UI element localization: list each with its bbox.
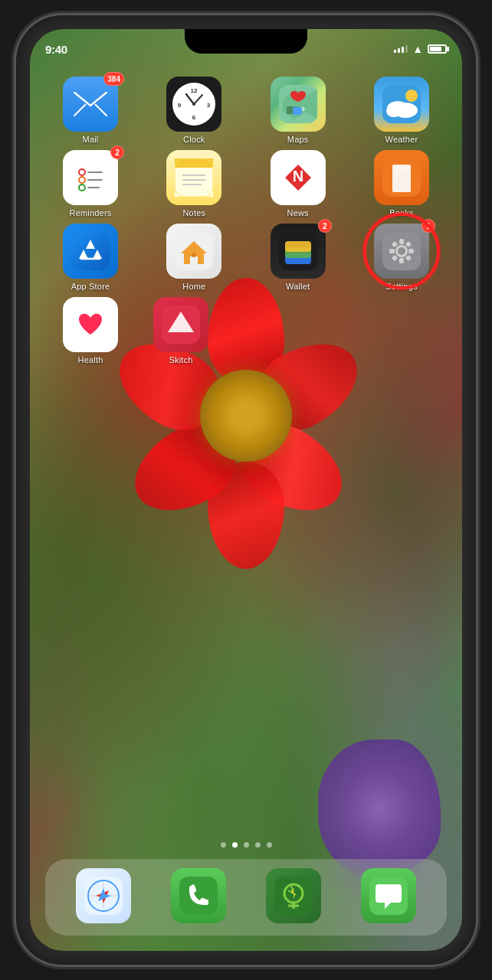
app-grid: 384 Mail 12 6 9 3 bbox=[30, 69, 462, 378]
app-appstore-icon-wrap bbox=[63, 224, 118, 279]
dock-safari-icon-wrap bbox=[76, 868, 131, 923]
app-weather-icon-wrap bbox=[374, 77, 429, 132]
app-home[interactable]: Home bbox=[149, 224, 239, 291]
mail-label: Mail bbox=[83, 135, 99, 144]
app-maps[interactable]: 280 Maps bbox=[253, 77, 343, 144]
reminders-badge: 2 bbox=[110, 145, 124, 159]
phone-screen: 9:40 ▲ bbox=[30, 29, 462, 951]
battery-icon bbox=[428, 44, 447, 54]
wallet-badge: 2 bbox=[318, 219, 332, 233]
skitch-icon bbox=[153, 297, 208, 352]
notch bbox=[185, 29, 307, 54]
svg-rect-48 bbox=[399, 239, 404, 244]
svg-text:9: 9 bbox=[178, 102, 182, 109]
app-reminders[interactable]: 2 Reminders bbox=[45, 150, 136, 217]
app-books[interactable]: Books bbox=[356, 150, 447, 217]
lookout-icon bbox=[266, 868, 321, 923]
news-icon: N bbox=[271, 150, 326, 205]
app-notes[interactable]: Notes bbox=[149, 150, 239, 217]
app-health[interactable]: Health bbox=[45, 297, 136, 364]
wallet-label: Wallet bbox=[286, 282, 310, 291]
app-news-icon-wrap: N bbox=[271, 150, 326, 205]
app-clock[interactable]: 12 6 9 3 Clock bbox=[149, 77, 239, 144]
svg-rect-65 bbox=[179, 877, 218, 915]
app-news[interactable]: N News bbox=[253, 150, 343, 217]
app-settings[interactable]: 1 Settings bbox=[356, 224, 447, 291]
dock-safari[interactable] bbox=[69, 868, 138, 926]
page-dot-2 bbox=[232, 842, 238, 848]
dock-phone[interactable] bbox=[164, 868, 233, 926]
signal-bars-icon bbox=[394, 45, 408, 53]
home-label: Home bbox=[182, 282, 205, 291]
health-label: Health bbox=[78, 355, 103, 364]
appstore-label: App Store bbox=[71, 282, 110, 291]
app-settings-icon-wrap: 1 bbox=[374, 224, 429, 279]
app-books-icon-wrap bbox=[374, 150, 429, 205]
svg-rect-50 bbox=[389, 249, 395, 253]
dock-messages-icon-wrap bbox=[361, 868, 416, 923]
page-dot-3 bbox=[244, 842, 249, 848]
signal-bar-2 bbox=[398, 48, 400, 53]
app-reminders-icon-wrap: 2 bbox=[63, 150, 118, 205]
svg-rect-49 bbox=[399, 258, 404, 263]
svg-rect-27 bbox=[175, 158, 213, 168]
app-mail[interactable]: 384 Mail bbox=[45, 77, 136, 144]
svg-rect-20 bbox=[71, 158, 110, 197]
svg-rect-66 bbox=[274, 877, 313, 915]
messages-icon bbox=[361, 868, 416, 923]
svg-text:6: 6 bbox=[192, 114, 196, 121]
app-wallet[interactable]: 2 Wallet bbox=[253, 224, 343, 291]
svg-rect-51 bbox=[408, 249, 414, 253]
notes-label: Notes bbox=[182, 208, 205, 217]
weather-label: Weather bbox=[385, 135, 418, 144]
clock-icon: 12 6 9 3 bbox=[166, 77, 221, 132]
app-health-icon-wrap bbox=[63, 297, 118, 352]
svg-text:N: N bbox=[292, 168, 303, 185]
phone-frame: 9:40 ▲ bbox=[16, 15, 476, 965]
page-dot-4 bbox=[255, 842, 261, 848]
dock-phone-icon-wrap bbox=[171, 868, 226, 923]
app-weather[interactable]: Weather bbox=[356, 77, 447, 144]
signal-bar-4 bbox=[405, 45, 408, 53]
svg-line-2 bbox=[95, 104, 107, 116]
settings-label: Settings bbox=[385, 282, 417, 291]
health-icon bbox=[63, 297, 118, 352]
svg-rect-28 bbox=[175, 168, 213, 197]
app-clock-icon-wrap: 12 6 9 3 bbox=[166, 77, 221, 132]
app-mail-icon-wrap: 384 bbox=[63, 77, 118, 132]
settings-badge: 1 bbox=[421, 219, 435, 233]
svg-text:12: 12 bbox=[191, 87, 198, 94]
home-icon bbox=[166, 224, 221, 279]
dock-lookout[interactable] bbox=[259, 868, 328, 926]
app-row-1: 384 Mail 12 6 9 3 bbox=[45, 77, 447, 144]
wifi-icon: ▲ bbox=[412, 43, 423, 55]
signal-bar-1 bbox=[394, 50, 396, 53]
svg-rect-44 bbox=[285, 241, 311, 252]
app-skitch-icon-wrap bbox=[153, 297, 208, 352]
svg-text:3: 3 bbox=[207, 102, 211, 109]
reminders-label: Reminders bbox=[70, 208, 112, 217]
signal-bar-3 bbox=[402, 47, 404, 53]
phone-app-icon bbox=[171, 868, 226, 923]
app-notes-icon-wrap bbox=[166, 150, 221, 205]
svg-rect-37 bbox=[71, 232, 110, 270]
svg-point-19 bbox=[386, 105, 402, 117]
page-dot-5 bbox=[267, 842, 272, 848]
skitch-label: Skitch bbox=[169, 355, 192, 364]
app-row-3: App Store Home bbox=[45, 224, 447, 291]
dock-lookout-icon-wrap bbox=[266, 868, 321, 923]
app-row-2: 2 Reminders bbox=[45, 150, 447, 217]
books-label: Books bbox=[389, 208, 414, 217]
app-home-icon-wrap bbox=[166, 224, 221, 279]
app-row-4: Health Skitch bbox=[45, 297, 447, 364]
svg-point-40 bbox=[192, 253, 196, 257]
maps-icon: 280 bbox=[271, 77, 326, 132]
svg-point-47 bbox=[398, 247, 405, 255]
dock-messages[interactable] bbox=[354, 868, 423, 926]
page-dots bbox=[30, 842, 462, 848]
news-label: News bbox=[287, 208, 309, 217]
page-dot-1 bbox=[221, 842, 226, 848]
app-appstore[interactable]: App Store bbox=[45, 224, 136, 291]
wallet-icon bbox=[271, 224, 326, 279]
app-skitch[interactable]: Skitch bbox=[136, 297, 226, 364]
